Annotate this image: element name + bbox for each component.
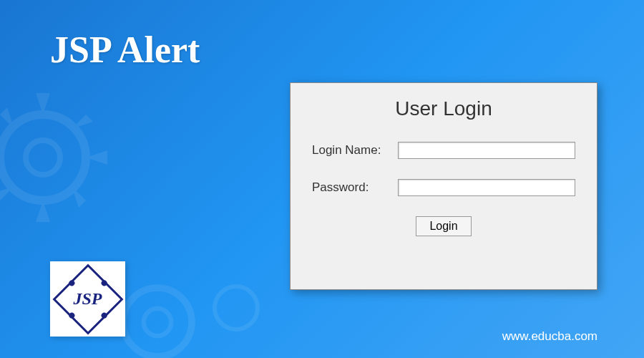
password-label: Password: — [312, 180, 398, 195]
login-heading: User Login — [312, 97, 575, 120]
button-row: Login — [312, 216, 575, 236]
password-row: Password: — [312, 179, 575, 196]
page-title: JSP Alert — [50, 29, 200, 71]
username-input[interactable] — [398, 142, 575, 159]
username-label: Login Name: — [312, 143, 398, 158]
logo-text: JSP — [73, 289, 102, 309]
jsp-logo: JSP — [50, 261, 125, 337]
gear-bg-icon — [200, 272, 272, 344]
svg-point-3 — [144, 309, 171, 336]
svg-point-0 — [0, 115, 86, 200]
password-input[interactable] — [398, 179, 575, 196]
svg-point-4 — [215, 286, 258, 329]
svg-point-2 — [123, 288, 192, 357]
login-button[interactable]: Login — [416, 216, 471, 236]
site-url: www.educba.com — [502, 329, 597, 344]
login-panel: User Login Login Name: Password: Login — [290, 82, 597, 290]
svg-point-1 — [26, 140, 60, 175]
username-row: Login Name: — [312, 142, 575, 159]
gear-bg-icon — [0, 86, 114, 229]
